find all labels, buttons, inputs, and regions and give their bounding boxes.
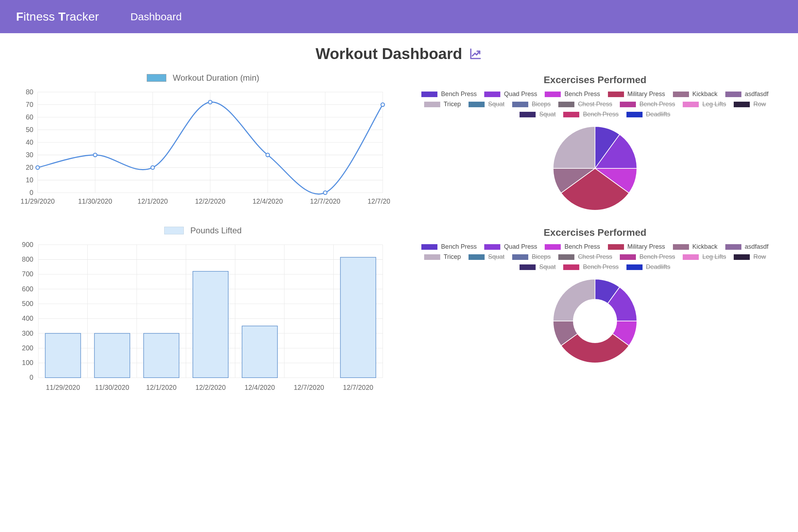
svg-point-35 [208, 100, 212, 104]
legend-swatch [608, 92, 624, 97]
legend-swatch [563, 264, 579, 270]
svg-point-36 [266, 153, 269, 156]
brand-rest-1: itness [23, 10, 55, 23]
legend-swatch [469, 102, 485, 107]
legend-swatch [620, 254, 636, 260]
legend-item[interactable]: Bench Press [620, 101, 675, 108]
legend-item[interactable]: Quad Press [484, 90, 537, 98]
legend-label: Squat [488, 101, 505, 108]
workout-duration-legend[interactable]: Workout Duration (min) [16, 73, 390, 83]
exercises-pie-title: Excercises Performed [408, 74, 782, 86]
nav-link-dashboard[interactable]: Dashboard [130, 11, 182, 23]
legend-item[interactable]: Row [734, 101, 766, 108]
legend-label: Bench Press [441, 243, 477, 250]
legend-label: Quad Press [504, 90, 537, 98]
exercises-pie-legend: Bench PressQuad PressBench PressMilitary… [408, 90, 782, 118]
page-title-wrap: Workout Dashboard [0, 45, 798, 63]
legend-item[interactable]: Chest Press [558, 101, 612, 108]
legend-swatch-duration [147, 74, 166, 82]
svg-text:12/2/2020: 12/2/2020 [195, 197, 225, 205]
legend-item[interactable]: Tricep [424, 253, 461, 261]
legend-swatch [620, 102, 636, 107]
pie-slice[interactable] [553, 126, 595, 168]
legend-item[interactable]: Row [734, 253, 766, 261]
legend-item[interactable]: Military Press [608, 90, 665, 98]
legend-item[interactable]: Bench Press [620, 253, 675, 261]
legend-swatch [512, 102, 528, 107]
legend-label: Bench Press [583, 111, 618, 118]
svg-rect-65 [94, 333, 130, 378]
legend-swatch [673, 92, 689, 97]
legend-item[interactable]: Deadlifts [626, 263, 670, 271]
svg-rect-62 [45, 333, 81, 378]
legend-label: Row [753, 253, 766, 261]
legend-swatch [484, 244, 500, 250]
svg-text:12/7/2020: 12/7/2020 [310, 197, 340, 205]
legend-label: Squat [539, 111, 556, 118]
legend-item[interactable]: Tricep [424, 101, 461, 108]
svg-text:80: 80 [26, 88, 34, 96]
legend-swatch [421, 92, 437, 97]
legend-swatch [469, 254, 485, 260]
svg-rect-74 [242, 326, 277, 378]
legend-item[interactable]: Leg Lifts [683, 253, 726, 261]
legend-label: Bench Press [564, 90, 600, 98]
legend-label: asdfasdf [745, 243, 769, 250]
exercises-donut-chart[interactable] [550, 276, 640, 366]
legend-item[interactable]: Bench Press [421, 90, 477, 98]
svg-text:100: 100 [22, 359, 34, 366]
legend-item[interactable]: Squat [520, 111, 556, 118]
legend-label: Leg Lifts [702, 101, 726, 108]
svg-text:11/30/2020: 11/30/2020 [78, 197, 112, 205]
brand[interactable]: Fitness Tracker [16, 10, 99, 23]
legend-item[interactable]: Kickback [673, 243, 718, 250]
legend-label: Chest Press [578, 101, 612, 108]
exercises-pie-chart[interactable] [550, 123, 640, 214]
legend-swatch [520, 112, 536, 117]
legend-label: Deadlifts [646, 263, 670, 271]
legend-swatch [734, 102, 750, 107]
svg-text:0: 0 [30, 189, 34, 196]
pounds-lifted-legend[interactable]: Pounds Lifted [16, 226, 390, 235]
pounds-lifted-chart[interactable]: 010020030040050060070080090011/29/202011… [16, 238, 390, 396]
legend-item[interactable]: Chest Press [558, 253, 612, 261]
legend-swatch [512, 254, 528, 260]
legend-item[interactable]: Bench Press [421, 243, 477, 250]
brand-rest-2: racker [66, 10, 99, 23]
legend-item[interactable]: Leg Lifts [683, 101, 726, 108]
legend-item[interactable]: Kickback [673, 90, 718, 98]
svg-point-37 [324, 191, 327, 195]
svg-text:11/29/2020: 11/29/2020 [21, 197, 55, 205]
legend-item[interactable]: Biceps [512, 253, 551, 261]
legend-item[interactable]: Biceps [512, 101, 551, 108]
legend-item[interactable]: Bench Press [545, 243, 600, 250]
legend-swatch [563, 112, 579, 117]
workout-duration-chart[interactable]: 0102030405060708011/29/202011/30/202012/… [16, 85, 390, 207]
legend-label: asdfasdf [745, 90, 769, 98]
legend-item[interactable]: Deadlifts [626, 111, 670, 118]
pounds-lifted-panel: Pounds Lifted 01002003004005006007008009… [14, 222, 392, 401]
legend-item[interactable]: Squat [469, 253, 505, 261]
legend-item[interactable]: asdfasdf [725, 90, 769, 98]
legend-item[interactable]: Quad Press [484, 243, 537, 250]
page-title: Workout Dashboard [315, 45, 483, 63]
svg-text:800: 800 [22, 255, 34, 263]
svg-rect-71 [193, 271, 228, 378]
legend-item[interactable]: Squat [520, 263, 556, 271]
legend-item[interactable]: asdfasdf [725, 243, 769, 250]
legend-swatch [421, 244, 437, 250]
svg-text:60: 60 [26, 113, 34, 121]
legend-item[interactable]: Squat [469, 101, 505, 108]
legend-item[interactable]: Bench Press [545, 90, 600, 98]
pie-slice[interactable] [553, 279, 595, 321]
svg-text:11/29/2020: 11/29/2020 [46, 384, 80, 391]
legend-swatch [484, 92, 500, 97]
legend-item[interactable]: Bench Press [563, 111, 618, 118]
workout-duration-title: Workout Duration (min) [173, 73, 259, 82]
legend-item[interactable]: Bench Press [563, 263, 618, 271]
legend-swatch [545, 92, 561, 97]
svg-text:12/7/2020: 12/7/2020 [343, 384, 373, 391]
svg-point-32 [36, 166, 39, 169]
svg-text:300: 300 [22, 329, 34, 337]
legend-item[interactable]: Military Press [608, 243, 665, 250]
